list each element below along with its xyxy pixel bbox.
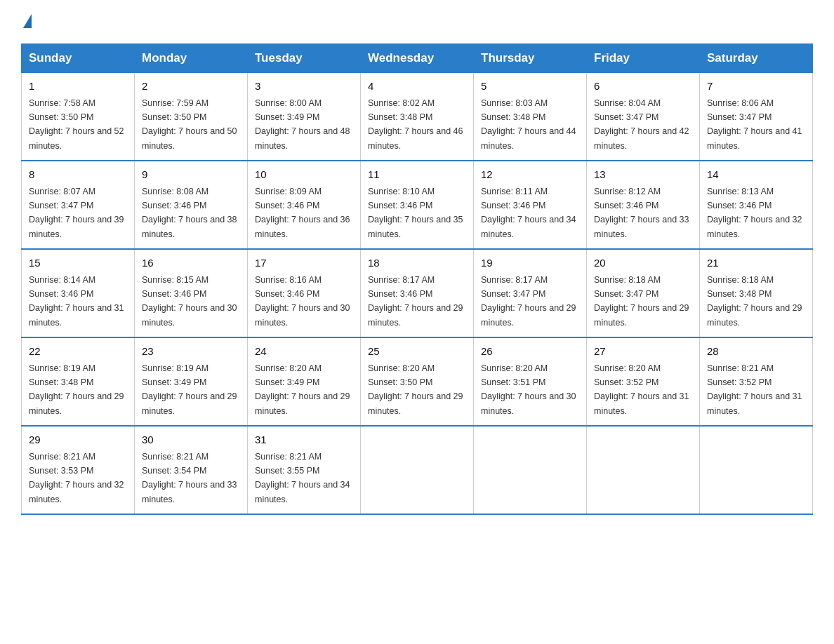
calendar-cell: 27 Sunrise: 8:20 AMSunset: 3:52 PMDaylig… [587, 337, 700, 426]
day-number: 13 [594, 167, 692, 183]
day-info: Sunrise: 8:11 AMSunset: 3:46 PMDaylight:… [481, 187, 576, 239]
calendar-cell: 30 Sunrise: 8:21 AMSunset: 3:54 PMDaylig… [135, 426, 248, 514]
calendar-cell [700, 426, 813, 514]
weekday-header-friday: Friday [587, 44, 700, 73]
day-info: Sunrise: 8:20 AMSunset: 3:51 PMDaylight:… [481, 363, 576, 416]
day-info: Sunrise: 8:10 AMSunset: 3:46 PMDaylight:… [368, 187, 463, 239]
calendar-week-row: 15 Sunrise: 8:14 AMSunset: 3:46 PMDaylig… [22, 249, 813, 337]
logo-triangle-icon [23, 14, 32, 28]
calendar-cell: 9 Sunrise: 8:08 AMSunset: 3:46 PMDayligh… [135, 161, 248, 249]
weekday-header-thursday: Thursday [474, 44, 587, 73]
day-info: Sunrise: 8:03 AMSunset: 3:48 PMDaylight:… [481, 98, 576, 151]
calendar-cell [474, 426, 587, 514]
calendar-cell: 29 Sunrise: 8:21 AMSunset: 3:53 PMDaylig… [22, 426, 135, 514]
calendar-week-row: 29 Sunrise: 8:21 AMSunset: 3:53 PMDaylig… [22, 426, 813, 514]
weekday-header-tuesday: Tuesday [248, 44, 361, 73]
day-info: Sunrise: 8:20 AMSunset: 3:50 PMDaylight:… [368, 363, 463, 416]
day-info: Sunrise: 8:14 AMSunset: 3:46 PMDaylight:… [29, 275, 124, 328]
calendar-table: SundayMondayTuesdayWednesdayThursdayFrid… [21, 43, 813, 515]
day-number: 12 [481, 167, 579, 183]
calendar-cell: 4 Sunrise: 8:02 AMSunset: 3:48 PMDayligh… [361, 73, 474, 161]
day-number: 8 [29, 167, 127, 183]
day-number: 14 [707, 167, 805, 183]
day-number: 16 [142, 255, 240, 271]
calendar-cell: 22 Sunrise: 8:19 AMSunset: 3:48 PMDaylig… [22, 337, 135, 426]
calendar-cell: 3 Sunrise: 8:00 AMSunset: 3:49 PMDayligh… [248, 73, 361, 161]
calendar-cell [361, 426, 474, 514]
calendar-cell: 26 Sunrise: 8:20 AMSunset: 3:51 PMDaylig… [474, 337, 587, 426]
day-info: Sunrise: 8:00 AMSunset: 3:49 PMDaylight:… [255, 98, 350, 151]
day-info: Sunrise: 8:08 AMSunset: 3:46 PMDaylight:… [142, 187, 237, 239]
day-number: 17 [255, 255, 353, 271]
day-info: Sunrise: 8:21 AMSunset: 3:53 PMDaylight:… [29, 452, 124, 504]
logo [21, 14, 32, 31]
day-info: Sunrise: 8:20 AMSunset: 3:52 PMDaylight:… [594, 363, 689, 416]
calendar-cell: 25 Sunrise: 8:20 AMSunset: 3:50 PMDaylig… [361, 337, 474, 426]
day-number: 18 [368, 255, 466, 271]
calendar-cell: 23 Sunrise: 8:19 AMSunset: 3:49 PMDaylig… [135, 337, 248, 426]
day-info: Sunrise: 8:16 AMSunset: 3:46 PMDaylight:… [255, 275, 350, 328]
day-info: Sunrise: 8:21 AMSunset: 3:55 PMDaylight:… [255, 452, 350, 504]
day-info: Sunrise: 8:18 AMSunset: 3:47 PMDaylight:… [594, 275, 689, 328]
calendar-cell: 12 Sunrise: 8:11 AMSunset: 3:46 PMDaylig… [474, 161, 587, 249]
day-info: Sunrise: 8:12 AMSunset: 3:46 PMDaylight:… [594, 187, 689, 239]
day-info: Sunrise: 8:09 AMSunset: 3:46 PMDaylight:… [255, 187, 350, 239]
day-info: Sunrise: 8:20 AMSunset: 3:49 PMDaylight:… [255, 363, 350, 416]
day-number: 2 [142, 79, 240, 95]
day-number: 19 [481, 255, 579, 271]
day-info: Sunrise: 8:18 AMSunset: 3:48 PMDaylight:… [707, 275, 802, 328]
weekday-header-row: SundayMondayTuesdayWednesdayThursdayFrid… [22, 44, 813, 73]
calendar-cell: 15 Sunrise: 8:14 AMSunset: 3:46 PMDaylig… [22, 249, 135, 337]
day-number: 31 [255, 432, 353, 448]
calendar-cell: 5 Sunrise: 8:03 AMSunset: 3:48 PMDayligh… [474, 73, 587, 161]
day-number: 20 [594, 255, 692, 271]
calendar-week-row: 1 Sunrise: 7:58 AMSunset: 3:50 PMDayligh… [22, 73, 813, 161]
day-number: 30 [142, 432, 240, 448]
calendar-cell: 8 Sunrise: 8:07 AMSunset: 3:47 PMDayligh… [22, 161, 135, 249]
calendar-cell [587, 426, 700, 514]
weekday-header-monday: Monday [135, 44, 248, 73]
day-number: 15 [29, 255, 127, 271]
day-number: 24 [255, 344, 353, 360]
weekday-header-saturday: Saturday [700, 44, 813, 73]
day-number: 4 [368, 79, 466, 95]
day-info: Sunrise: 7:58 AMSunset: 3:50 PMDaylight:… [29, 98, 124, 151]
day-number: 22 [29, 344, 127, 360]
day-number: 10 [255, 167, 353, 183]
day-info: Sunrise: 8:04 AMSunset: 3:47 PMDaylight:… [594, 98, 689, 151]
calendar-cell: 2 Sunrise: 7:59 AMSunset: 3:50 PMDayligh… [135, 73, 248, 161]
day-number: 23 [142, 344, 240, 360]
calendar-cell: 13 Sunrise: 8:12 AMSunset: 3:46 PMDaylig… [587, 161, 700, 249]
day-number: 9 [142, 167, 240, 183]
day-number: 11 [368, 167, 466, 183]
day-number: 3 [255, 79, 353, 95]
calendar-week-row: 8 Sunrise: 8:07 AMSunset: 3:47 PMDayligh… [22, 161, 813, 249]
day-info: Sunrise: 8:17 AMSunset: 3:46 PMDaylight:… [368, 275, 463, 328]
calendar-cell: 19 Sunrise: 8:17 AMSunset: 3:47 PMDaylig… [474, 249, 587, 337]
day-number: 21 [707, 255, 805, 271]
day-number: 1 [29, 79, 127, 95]
calendar-cell: 31 Sunrise: 8:21 AMSunset: 3:55 PMDaylig… [248, 426, 361, 514]
day-info: Sunrise: 7:59 AMSunset: 3:50 PMDaylight:… [142, 98, 237, 151]
calendar-cell: 14 Sunrise: 8:13 AMSunset: 3:46 PMDaylig… [700, 161, 813, 249]
weekday-header-sunday: Sunday [22, 44, 135, 73]
day-info: Sunrise: 8:21 AMSunset: 3:54 PMDaylight:… [142, 452, 237, 504]
calendar-week-row: 22 Sunrise: 8:19 AMSunset: 3:48 PMDaylig… [22, 337, 813, 426]
calendar-cell: 17 Sunrise: 8:16 AMSunset: 3:46 PMDaylig… [248, 249, 361, 337]
day-number: 25 [368, 344, 466, 360]
calendar-cell: 20 Sunrise: 8:18 AMSunset: 3:47 PMDaylig… [587, 249, 700, 337]
calendar-cell: 28 Sunrise: 8:21 AMSunset: 3:52 PMDaylig… [700, 337, 813, 426]
calendar-cell: 1 Sunrise: 7:58 AMSunset: 3:50 PMDayligh… [22, 73, 135, 161]
day-number: 27 [594, 344, 692, 360]
day-number: 29 [29, 432, 127, 448]
day-info: Sunrise: 8:15 AMSunset: 3:46 PMDaylight:… [142, 275, 237, 328]
day-info: Sunrise: 8:19 AMSunset: 3:49 PMDaylight:… [142, 363, 237, 416]
day-info: Sunrise: 8:07 AMSunset: 3:47 PMDaylight:… [29, 187, 124, 239]
calendar-cell: 6 Sunrise: 8:04 AMSunset: 3:47 PMDayligh… [587, 73, 700, 161]
day-number: 26 [481, 344, 579, 360]
calendar-cell: 24 Sunrise: 8:20 AMSunset: 3:49 PMDaylig… [248, 337, 361, 426]
calendar-cell: 10 Sunrise: 8:09 AMSunset: 3:46 PMDaylig… [248, 161, 361, 249]
calendar-cell: 16 Sunrise: 8:15 AMSunset: 3:46 PMDaylig… [135, 249, 248, 337]
calendar-cell: 11 Sunrise: 8:10 AMSunset: 3:46 PMDaylig… [361, 161, 474, 249]
day-info: Sunrise: 8:17 AMSunset: 3:47 PMDaylight:… [481, 275, 576, 328]
